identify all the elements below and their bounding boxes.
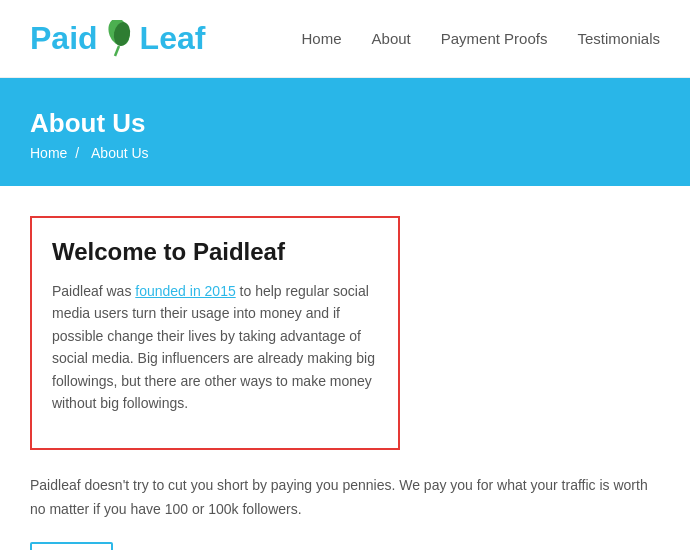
- second-paragraph: Paidleaf doesn't try to cut you short by…: [30, 474, 660, 522]
- welcome-title: Welcome to Paidleaf: [52, 238, 378, 266]
- main-nav: Home About Payment Proofs Testimonials: [302, 30, 660, 47]
- para1-link[interactable]: founded in 2015: [135, 283, 235, 299]
- nav-about[interactable]: About: [372, 30, 411, 47]
- site-logo: Paid Leaf: [30, 20, 205, 58]
- para1-end: to help regular social media users turn …: [52, 283, 375, 411]
- welcome-box: Welcome to Paidleaf Paidleaf was founded…: [30, 216, 400, 450]
- breadcrumb: Home / About Us: [30, 145, 660, 161]
- breadcrumb-separator: /: [75, 145, 79, 161]
- para1-start: Paidleaf was: [52, 283, 135, 299]
- logo-text-leaf: Leaf: [140, 20, 206, 57]
- breadcrumb-home[interactable]: Home: [30, 145, 67, 161]
- nav-home[interactable]: Home: [302, 30, 342, 47]
- site-header: Paid Leaf Home About Payment Proofs Test…: [0, 0, 690, 78]
- signup-button[interactable]: Sign up: [30, 542, 113, 550]
- logo-text-paid: Paid: [30, 20, 98, 57]
- nav-payment-proofs[interactable]: Payment Proofs: [441, 30, 548, 47]
- main-content: Welcome to Paidleaf Paidleaf was founded…: [0, 186, 690, 550]
- svg-line-2: [115, 46, 119, 56]
- logo-leaf-icon: [100, 20, 138, 58]
- nav-testimonials[interactable]: Testimonials: [577, 30, 660, 47]
- welcome-paragraph: Paidleaf was founded in 2015 to help reg…: [52, 280, 378, 414]
- hero-banner: About Us Home / About Us: [0, 78, 690, 186]
- breadcrumb-current: About Us: [91, 145, 149, 161]
- hero-title: About Us: [30, 108, 660, 139]
